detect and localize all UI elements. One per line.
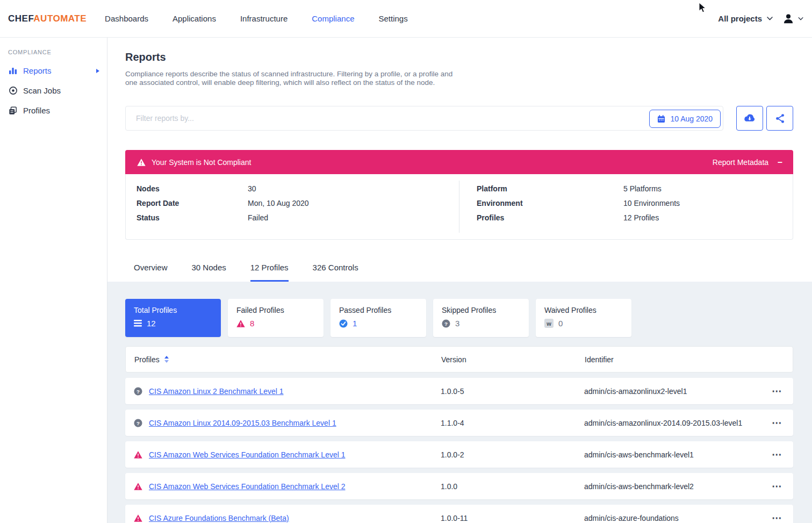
sidebar-item-label: Scan Jobs <box>23 86 61 95</box>
download-cloud-icon <box>743 113 756 123</box>
svg-text:?: ? <box>444 320 448 326</box>
table-row: ? CIS Amazon Linux 2014.09-2015.03 Bench… <box>125 410 793 436</box>
report-metadata-toggle[interactable]: Report Metadata <box>713 158 768 167</box>
sidebar-item-scan-jobs[interactable]: Scan Jobs <box>0 81 107 101</box>
collapse-icon[interactable]: – <box>778 158 782 167</box>
nav-compliance[interactable]: Compliance <box>312 14 354 23</box>
table-row: CIS Amazon Web Services Foundation Bench… <box>125 441 793 468</box>
expand-arrow-icon[interactable] <box>96 69 99 73</box>
card-title: Waived Profiles <box>544 306 623 314</box>
profile-identifier: admin/cis-amazonlinux-2014.09-2015.03-le… <box>584 419 767 427</box>
main-content: Reports Compliance reports describe the … <box>107 38 812 523</box>
card-title: Passed Profiles <box>339 306 418 314</box>
row-menu-button[interactable]: ⋯ <box>767 481 787 491</box>
download-report-button[interactable] <box>736 106 763 131</box>
page-title: Reports <box>125 51 793 63</box>
scan-target-icon <box>8 86 18 95</box>
report-metadata-panel: Nodes30 Report DateMon, 10 Aug 2020 Stat… <box>125 174 793 240</box>
card-title: Total Profiles <box>134 306 212 314</box>
chef-automate-logo[interactable]: CHEFAUTOMATE <box>8 13 87 24</box>
profile-version: 1.0.0-11 <box>441 514 584 522</box>
chevron-down-icon <box>798 17 803 20</box>
nav-settings[interactable]: Settings <box>378 14 407 23</box>
profile-version: 1.0.0 <box>441 482 584 491</box>
tab-nodes[interactable]: 30 Nodes <box>192 263 226 282</box>
sidebar-item-reports[interactable]: Reports <box>0 61 107 81</box>
metadata-value: 10 Environments <box>623 199 680 207</box>
warning-triangle-icon <box>134 451 149 458</box>
profile-summary-cards: Total Profiles 12 Failed Profiles 8 Pass… <box>125 299 793 337</box>
row-menu-button[interactable]: ⋯ <box>767 418 787 428</box>
projects-filter-dropdown[interactable]: All projects <box>718 14 773 23</box>
warning-icon <box>137 159 146 166</box>
card-waived-profiles[interactable]: Waived Profiles w 0 <box>536 299 631 337</box>
profile-identifier: admin/cis-aws-benchmark-level1 <box>584 450 767 459</box>
question-circle-icon: ? <box>134 387 149 396</box>
profile-version: 1.0.0-5 <box>441 387 584 396</box>
metadata-label: Environment <box>477 199 623 207</box>
sidebar-section-label: COMPLIANCE <box>0 49 107 55</box>
metadata-label: Report Date <box>136 199 248 207</box>
profile-link[interactable]: CIS Amazon Linux 2 Benchmark Level 1 <box>149 387 441 396</box>
row-menu-button[interactable]: ⋯ <box>767 513 787 523</box>
metadata-divider <box>459 181 459 233</box>
metadata-label: Status <box>136 213 248 222</box>
svg-text:?: ? <box>136 388 140 394</box>
sidebar-item-label: Profiles <box>23 106 50 115</box>
card-failed-profiles[interactable]: Failed Profiles 8 <box>228 299 324 337</box>
metadata-value: 5 Platforms <box>623 184 662 193</box>
question-circle-icon: ? <box>442 319 450 328</box>
page-description: Compliance reports describe the status o… <box>125 70 457 87</box>
profile-link[interactable]: CIS Amazon Web Services Foundation Bench… <box>149 482 441 491</box>
row-menu-button[interactable]: ⋯ <box>767 449 787 460</box>
sidebar-item-label: Reports <box>23 66 52 75</box>
list-icon <box>134 320 142 327</box>
chevron-down-icon <box>767 17 773 20</box>
card-title: Skipped Profiles <box>442 306 520 314</box>
share-report-button[interactable] <box>766 106 793 131</box>
banner-message: Your System is Not Compliant <box>152 158 251 167</box>
card-count-value: 0 <box>558 319 563 328</box>
warning-triangle-icon <box>134 483 149 490</box>
filter-row: 10 Aug 2020 <box>125 106 793 131</box>
metadata-label: Nodes <box>136 184 248 193</box>
metadata-value: Failed <box>248 213 268 222</box>
tab-controls[interactable]: 326 Controls <box>313 263 358 282</box>
question-circle-icon: ? <box>134 419 149 427</box>
profile-link[interactable]: CIS Azure Foundations Benchmark (Beta) <box>149 514 441 522</box>
nav-infrastructure[interactable]: Infrastructure <box>240 14 288 23</box>
profile-identifier: admin/cis-amazonlinux2-level1 <box>584 387 767 396</box>
non-compliant-banner: Your System is Not Compliant Report Meta… <box>125 150 793 174</box>
card-passed-profiles[interactable]: Passed Profiles 1 <box>330 299 426 337</box>
tab-profiles[interactable]: 12 Profiles <box>250 263 289 282</box>
logo-automate-text: AUTOMATE <box>33 13 87 24</box>
profile-version: 1.1.0-4 <box>441 419 584 427</box>
profile-link[interactable]: CIS Amazon Linux 2014.09-2015.03 Benchma… <box>149 419 441 427</box>
top-navigation: CHEFAUTOMATE Dashboards Applications Inf… <box>0 0 812 38</box>
check-circle-icon <box>339 319 348 328</box>
column-profiles: Profiles <box>134 355 160 364</box>
waived-badge-icon: w <box>544 319 554 328</box>
profiles-stack-icon <box>8 106 18 115</box>
column-version: Version <box>441 355 585 364</box>
nav-applications[interactable]: Applications <box>173 14 216 23</box>
column-identifier: Identifier <box>585 355 767 364</box>
card-total-profiles[interactable]: Total Profiles 12 <box>125 299 221 337</box>
filter-box: 10 Aug 2020 <box>125 106 723 131</box>
nav-dashboards[interactable]: Dashboards <box>105 14 148 23</box>
metadata-label: Profiles <box>477 213 623 222</box>
filter-reports-input[interactable] <box>126 106 723 130</box>
card-title: Failed Profiles <box>236 306 315 314</box>
metadata-value: 30 <box>248 184 256 193</box>
card-count-value: 1 <box>353 319 357 328</box>
metadata-value: 12 Profiles <box>623 213 659 222</box>
card-skipped-profiles[interactable]: Skipped Profiles ? 3 <box>433 299 529 337</box>
tab-overview[interactable]: Overview <box>134 263 168 282</box>
report-tabs: Overview 30 Nodes 12 Profiles 326 Contro… <box>125 263 793 282</box>
sidebar-item-profiles[interactable]: Profiles <box>0 101 107 120</box>
date-picker-button[interactable]: 10 Aug 2020 <box>649 110 721 128</box>
row-menu-button[interactable]: ⋯ <box>767 386 787 396</box>
user-menu[interactable] <box>782 13 803 25</box>
profile-link[interactable]: CIS Amazon Web Services Foundation Bench… <box>149 450 441 459</box>
sort-toggle-icon[interactable] <box>164 356 169 363</box>
